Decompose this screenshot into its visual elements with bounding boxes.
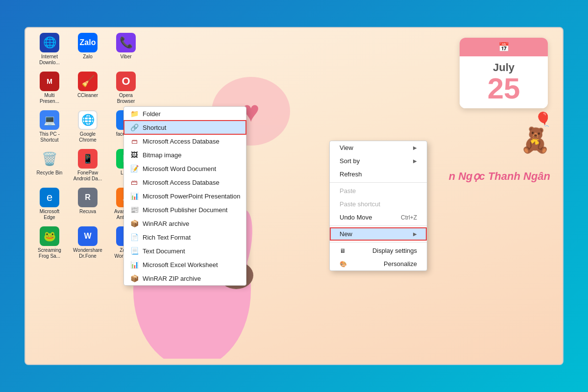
menu-item-undo-move[interactable]: Undo Move Ctrl+Z [330, 211, 427, 224]
submenu-label-text: Text Document [143, 247, 185, 255]
icon-label: MicrosoftEdge [40, 209, 60, 220]
submenu-label-word: Microsoft Word Document [143, 165, 216, 172]
menu-item-new[interactable]: New ▶ [330, 227, 427, 241]
menu-item-display-settings[interactable]: 🖥 Display settings [330, 244, 427, 257]
submenu-item-text[interactable]: 📃 Text Document [124, 244, 246, 258]
icon-recycle-bin[interactable]: 🗑️ Recycle Bin [33, 149, 66, 176]
icon-img: e [40, 188, 59, 207]
bear-decoration: 🧸 [520, 126, 550, 154]
submenu-label-winrar: WinRAR archive [143, 220, 189, 227]
access-icon: 🗃 [130, 137, 139, 146]
personalize-icon: 🎨 [340, 261, 347, 268]
display-icon: 🖥 [340, 247, 345, 254]
icon-img: M [40, 72, 59, 91]
submenu-label-powerpoint: Microsoft PowerPoint Presentation [143, 193, 240, 200]
menu-item-sort-by[interactable]: Sort by ▶ [330, 154, 427, 168]
menu-label-sort-by: Sort by [340, 157, 360, 165]
submenu-label-rtf: Rich Text Format [143, 234, 191, 241]
menu-label-refresh: Refresh [340, 171, 362, 178]
submenu-item-ms-access[interactable]: 🗃 Microsoft Access Database [124, 134, 246, 148]
calendar-header: 📅 [460, 38, 548, 56]
menu-label-view: View [340, 144, 353, 151]
icon-img: 🌐 [40, 33, 59, 52]
icon-img: Zalo [78, 33, 98, 52]
icon-multi[interactable]: M MultiPresen... [33, 72, 66, 104]
menu-item-refresh[interactable]: Refresh [330, 168, 427, 181]
submenu-new: 📁 Folder 🔗 Shortcut 🗃 Microsoft Access D… [123, 106, 246, 286]
icon-edge[interactable]: e MicrosoftEdge [33, 188, 66, 220]
menu-item-view[interactable]: View ▶ [330, 141, 427, 154]
submenu-item-rtf[interactable]: 📄 Rich Text Format [124, 230, 246, 244]
submenu-label-bitmap: Bitmap image [143, 151, 181, 159]
submenu-arrow-new: ▶ [413, 231, 417, 237]
icon-img: 💻 [40, 110, 59, 130]
menu-separator-3 [330, 242, 427, 243]
submenu-item-winrar[interactable]: 📦 WinRAR archive [124, 217, 246, 230]
submenu-item-folder[interactable]: 📁 Folder [124, 107, 246, 121]
icon-img: 🗑️ [40, 149, 59, 169]
submenu-item-access2[interactable]: 🗃 Microsoft Access Database [124, 175, 246, 189]
submenu-label-shortcut: Shortcut [143, 124, 166, 131]
submenu-arrow-view: ▶ [413, 145, 417, 150]
menu-item-personalize[interactable]: 🎨 Personalize [330, 257, 427, 270]
menu-item-paste-shortcut: Paste shortcut [330, 197, 427, 211]
calendar-widget: 📅 July 25 [460, 38, 548, 108]
text-icon: 📃 [130, 246, 139, 255]
submenu-item-excel[interactable]: 📊 Microsoft Excel Worksheet [124, 258, 246, 271]
submenu-item-publisher[interactable]: 📰 Microsoft Publisher Document [124, 203, 246, 217]
powerpoint-icon: 📊 [130, 192, 139, 200]
menu-label-display-settings: Display settings [372, 247, 417, 254]
icon-img: 📞 [116, 33, 136, 52]
shortcut-undo: Ctrl+Z [401, 214, 417, 221]
balloon-decoration: 🎈 [535, 111, 552, 127]
menu-item-paste: Paste [330, 184, 427, 197]
submenu-label-folder: Folder [143, 110, 161, 118]
screenshot-frame: 🌐 InternetDownlo... Zalo Zalo 📞 Viber M … [24, 27, 564, 365]
folder-icon: 📁 [130, 109, 139, 118]
rtf-icon: 📄 [130, 233, 139, 242]
menu-label-personalize: Personalize [384, 260, 417, 268]
calendar-date: July 25 [460, 56, 548, 108]
icon-img: 🐸 [40, 226, 59, 246]
icon-label: This PC -Shortcut [39, 131, 60, 143]
icon-label: InternetDownlo... [39, 54, 60, 66]
submenu-item-bitmap[interactable]: 🖼 Bitmap image [124, 148, 246, 162]
icon-internet-download[interactable]: 🌐 InternetDownlo... [33, 33, 66, 66]
menu-label-paste: Paste [340, 187, 356, 195]
submenu-item-winrar-zip[interactable]: 📦 WinRAR ZIP archive [124, 271, 246, 285]
submenu-label-winrar-zip: WinRAR ZIP archive [143, 275, 201, 282]
submenu-item-word[interactable]: 📝 Microsoft Word Document [124, 162, 246, 175]
submenu-item-shortcut[interactable]: 🔗 Shortcut [124, 121, 246, 134]
menu-separator-2 [330, 225, 427, 226]
access2-icon: 🗃 [130, 178, 139, 187]
name-text: n Ngọc Thanh Ngân [449, 170, 550, 183]
shortcut-icon: 🔗 [130, 123, 139, 132]
word-icon: 📝 [130, 164, 139, 173]
submenu-label-access2: Microsoft Access Database [143, 179, 220, 186]
menu-label-undo-move: Undo Move [340, 214, 372, 221]
winrar-icon: 📦 [130, 219, 139, 228]
winrar-zip-icon: 📦 [130, 274, 139, 283]
submenu-label-excel: Microsoft Excel Worksheet [143, 261, 218, 269]
menu-label-paste-shortcut: Paste shortcut [340, 200, 380, 208]
icon-label: MultiPresen... [40, 93, 59, 104]
icon-label: Recycle Bin [37, 170, 63, 176]
menu-separator-1 [330, 182, 427, 183]
publisher-icon: 📰 [130, 205, 139, 214]
context-menu: View ▶ Sort by ▶ Refresh Paste Paste sho… [329, 141, 427, 271]
bitmap-icon: 🖼 [130, 150, 139, 159]
icon-label: ScreamingFrog Sa... [38, 247, 61, 259]
excel-icon: 📊 [130, 260, 139, 269]
submenu-item-powerpoint[interactable]: 📊 Microsoft PowerPoint Presentation [124, 189, 246, 203]
submenu-label-ms-access: Microsoft Access Database [143, 138, 220, 145]
submenu-label-publisher: Microsoft Publisher Document [143, 206, 227, 214]
desktop[interactable]: 🌐 InternetDownlo... Zalo Zalo 📞 Viber M … [25, 28, 563, 364]
submenu-arrow-sort: ▶ [413, 158, 417, 164]
icon-this-pc[interactable]: 💻 This PC -Shortcut [33, 110, 66, 143]
icon-screaming-frog[interactable]: 🐸 ScreamingFrog Sa... [33, 226, 66, 259]
calendar-day: 25 [462, 74, 545, 103]
menu-label-new: New [340, 230, 352, 238]
